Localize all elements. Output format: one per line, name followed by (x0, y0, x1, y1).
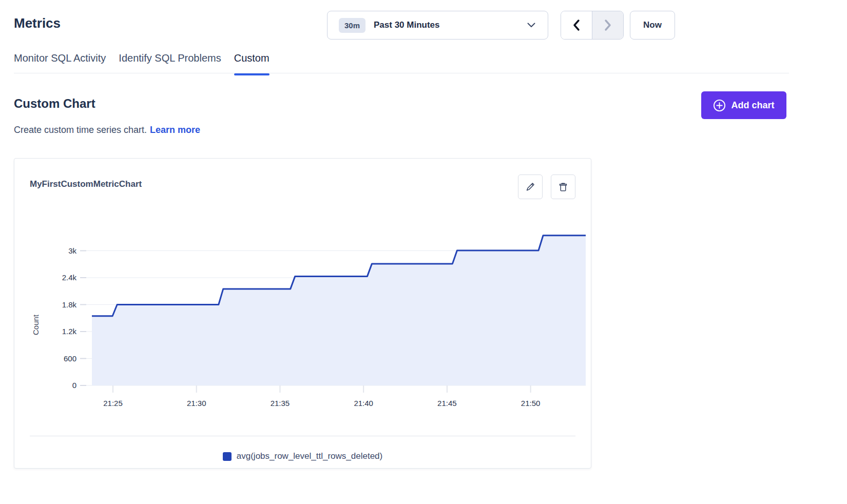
learn-more-link[interactable]: Learn more (150, 125, 200, 135)
section-subtitle: Create custom time series chart.Learn mo… (14, 125, 200, 135)
legend-divider (30, 436, 575, 436)
svg-text:21:25: 21:25 (103, 399, 123, 408)
svg-text:21:40: 21:40 (354, 399, 373, 408)
svg-text:600: 600 (64, 354, 76, 363)
plus-circle-icon (713, 99, 726, 112)
svg-text:21:35: 21:35 (271, 399, 290, 408)
metrics-page: Metrics 30m Past 30 Minutes Now Monitor … (0, 0, 847, 504)
svg-text:2.4k: 2.4k (62, 273, 77, 282)
custom-metric-chart-card: MyFirstCustomMetricChart 06001.2k1.8k2.4… (14, 158, 591, 469)
chart-title: MyFirstCustomMetricChart (30, 179, 142, 189)
chevron-down-icon (527, 23, 535, 28)
svg-text:21:50: 21:50 (521, 399, 541, 408)
svg-text:Count: Count (31, 314, 40, 335)
tab-monitor-sql-activity[interactable]: Monitor SQL Activity (14, 52, 106, 75)
svg-text:21:45: 21:45 (437, 399, 457, 408)
svg-text:1.8k: 1.8k (62, 300, 77, 309)
edit-chart-button[interactable] (518, 175, 543, 199)
delete-chart-button[interactable] (551, 175, 575, 199)
chevron-left-icon (573, 19, 580, 31)
time-pager (561, 11, 624, 40)
time-range-badge: 30m (339, 18, 365, 33)
next-range-button[interactable] (592, 11, 623, 39)
chevron-right-icon (604, 19, 611, 31)
svg-text:3k: 3k (68, 246, 76, 255)
add-chart-label: Add chart (731, 100, 774, 111)
previous-range-button[interactable] (561, 11, 592, 39)
chart-legend[interactable]: avg(jobs_row_level_ttl_rows_deleted) (14, 445, 591, 468)
page-title: Metrics (14, 15, 61, 31)
add-chart-button[interactable]: Add chart (701, 91, 786, 119)
svg-text:1.2k: 1.2k (62, 327, 77, 336)
time-range-label: Past 30 Minutes (374, 20, 527, 30)
time-range-dropdown[interactable]: 30m Past 30 Minutes (327, 11, 548, 40)
tab-custom[interactable]: Custom (234, 52, 270, 75)
section-subtitle-text: Create custom time series chart. (14, 125, 147, 135)
trash-icon (557, 181, 569, 192)
legend-swatch (223, 452, 232, 461)
tabs-divider (14, 73, 789, 73)
now-button[interactable]: Now (630, 11, 675, 40)
metrics-tabs: Monitor SQL Activity Identify SQL Proble… (14, 52, 270, 75)
section-title: Custom Chart (14, 96, 95, 111)
pencil-icon (525, 181, 536, 192)
metric-chart-svg[interactable]: 06001.2k1.8k2.4k3k21:2521:3021:3521:4021… (31, 216, 588, 416)
tab-identify-sql-problems[interactable]: Identify SQL Problems (119, 52, 221, 75)
svg-text:21:30: 21:30 (187, 399, 206, 408)
legend-label: avg(jobs_row_level_ttl_rows_deleted) (237, 451, 382, 461)
svg-text:0: 0 (72, 381, 76, 390)
